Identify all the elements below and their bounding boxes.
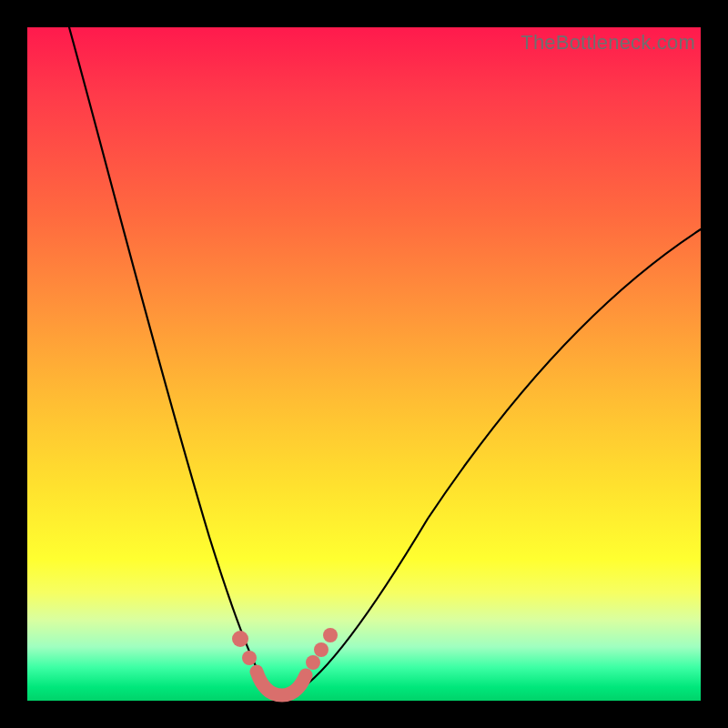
curve-layer — [27, 27, 701, 701]
plot-area: TheBottleneck.com — [27, 27, 701, 701]
highlight-trough — [257, 672, 306, 695]
chart-frame: TheBottleneck.com — [0, 0, 728, 728]
highlight-dot — [323, 628, 338, 642]
highlight-dot — [314, 642, 329, 657]
highlight-dot — [242, 651, 257, 665]
highlight-dot — [232, 631, 248, 647]
curve-right-branch — [266, 229, 701, 694]
highlight-dot — [306, 655, 320, 670]
curve-left-branch — [69, 27, 266, 685]
